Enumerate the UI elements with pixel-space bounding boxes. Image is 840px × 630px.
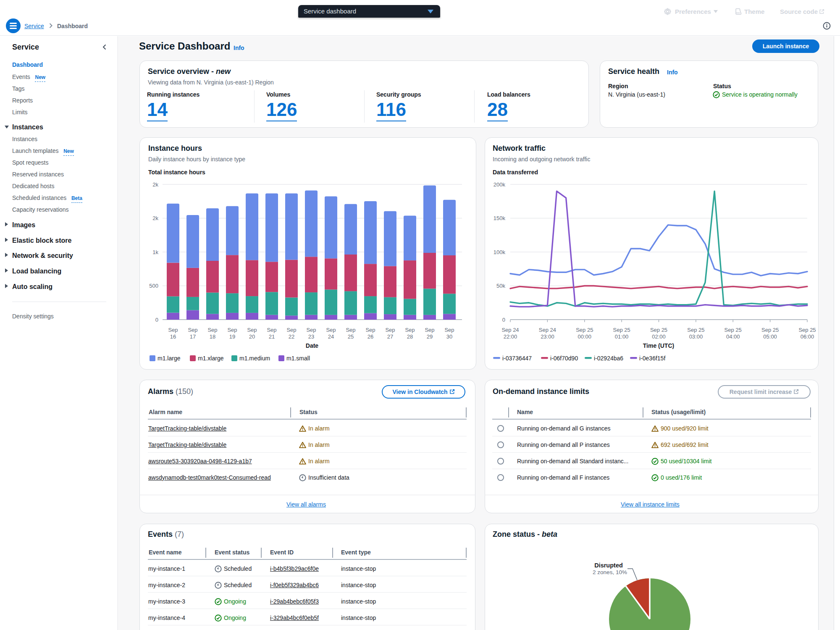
svg-text:05:00: 05:00: [763, 333, 777, 340]
svg-text:i-02924ba6: i-02924ba6: [594, 355, 623, 362]
svg-text:m1.small: m1.small: [286, 355, 310, 362]
svg-text:0: 0: [155, 317, 158, 323]
svg-text:Sep: Sep: [306, 327, 316, 333]
svg-text:Sep: Sep: [444, 327, 454, 333]
svg-text:Sep 25: Sep 25: [798, 327, 816, 333]
svg-text:17: 17: [190, 333, 196, 340]
svg-text:Sep: Sep: [188, 327, 197, 333]
svg-text:200k: 200k: [494, 181, 506, 188]
svg-text:1k: 1k: [152, 249, 158, 255]
svg-text:06:00: 06:00: [801, 333, 814, 340]
svg-text:Sep 25: Sep 25: [687, 327, 704, 333]
svg-text:20: 20: [249, 333, 255, 340]
svg-text:29: 29: [427, 333, 433, 340]
svg-text:04:00: 04:00: [726, 333, 740, 340]
svg-text:i-06f70d90: i-06f70d90: [550, 355, 578, 362]
svg-text:Sep: Sep: [247, 327, 257, 333]
svg-text:Sep 25: Sep 25: [613, 327, 630, 333]
svg-text:00:00: 00:00: [578, 333, 592, 340]
svg-text:Sep: Sep: [326, 327, 336, 333]
svg-text:16: 16: [170, 333, 176, 340]
svg-text:Sep: Sep: [168, 327, 178, 333]
svg-text:Sep: Sep: [365, 327, 375, 333]
svg-text:Time (UTC): Time (UTC): [643, 342, 674, 349]
svg-text:Sep: Sep: [385, 327, 395, 333]
svg-text:2k: 2k: [152, 181, 158, 188]
svg-text:23:00: 23:00: [541, 333, 554, 340]
svg-text:Sep 25: Sep 25: [724, 327, 742, 333]
svg-text:Sep 25: Sep 25: [576, 327, 593, 333]
svg-text:Sep: Sep: [267, 327, 276, 333]
svg-text:03:00: 03:00: [689, 333, 703, 340]
svg-text:02:00: 02:00: [652, 333, 666, 340]
svg-text:m1.xlarge: m1.xlarge: [198, 355, 224, 362]
svg-text:i-03736447: i-03736447: [502, 355, 532, 362]
svg-text:m1.medium: m1.medium: [239, 355, 270, 362]
svg-text:Sep: Sep: [207, 327, 217, 333]
svg-text:23: 23: [308, 333, 314, 340]
svg-text:Sep 25: Sep 25: [650, 327, 667, 333]
svg-text:Disrupted: Disrupted: [594, 562, 623, 569]
svg-text:Sep 24: Sep 24: [501, 327, 519, 333]
svg-text:24: 24: [328, 333, 334, 340]
svg-text:27: 27: [387, 333, 393, 340]
svg-text:19: 19: [229, 333, 235, 340]
svg-text:150k: 150k: [494, 215, 506, 221]
svg-text:28: 28: [407, 333, 413, 340]
svg-text:21: 21: [269, 333, 275, 340]
svg-text:500: 500: [149, 283, 158, 289]
svg-text:0: 0: [502, 317, 505, 323]
svg-text:Sep: Sep: [227, 327, 237, 333]
svg-text:Sep: Sep: [425, 327, 434, 333]
svg-text:22: 22: [289, 333, 294, 340]
svg-text:18: 18: [210, 333, 215, 340]
svg-text:22:00: 22:00: [504, 333, 517, 340]
svg-text:Date: Date: [306, 342, 319, 349]
svg-text:i-0e36f15f: i-0e36f15f: [639, 355, 665, 362]
svg-text:25: 25: [348, 333, 354, 340]
svg-text:Sep 25: Sep 25: [761, 327, 779, 333]
svg-text:Sep: Sep: [405, 327, 415, 333]
svg-text:26: 26: [368, 333, 373, 340]
svg-text:01:00: 01:00: [615, 333, 629, 340]
svg-text:100k: 100k: [494, 249, 506, 255]
svg-text:30: 30: [446, 333, 452, 340]
svg-text:2k: 2k: [152, 215, 158, 221]
svg-text:m1.large: m1.large: [158, 355, 181, 362]
svg-text:Sep: Sep: [346, 327, 355, 333]
svg-text:50k: 50k: [496, 283, 505, 289]
svg-text:Sep 24: Sep 24: [539, 327, 556, 333]
svg-text:2 zones, 10%: 2 zones, 10%: [593, 569, 627, 575]
svg-text:Sep: Sep: [286, 327, 296, 333]
